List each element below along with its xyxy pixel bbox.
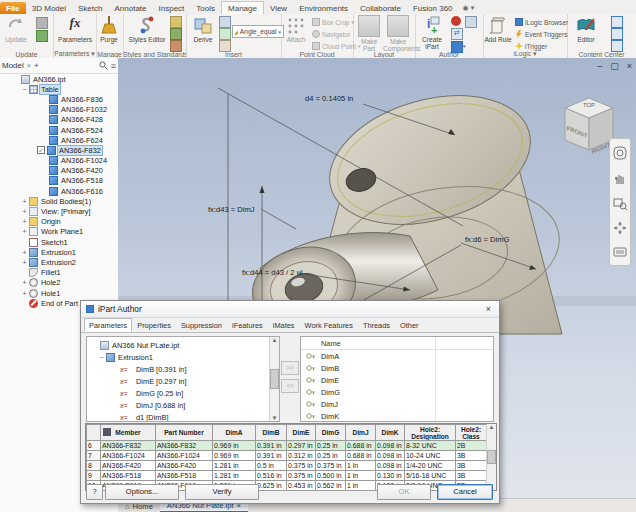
dimb-cell[interactable]: 0.5 in (256, 461, 287, 471)
table-header-cell[interactable]: DimK (376, 425, 405, 441)
dimj-cell[interactable]: 1 in (346, 471, 376, 481)
pan-hand-icon[interactable] (613, 171, 627, 185)
tree-item[interactable]: + Solid Bodies(1) (0, 196, 118, 206)
dialog-title-bar[interactable]: iPart Author × (81, 301, 499, 318)
key-parameter-row[interactable]: DimA (301, 350, 493, 362)
param-tree-item[interactable]: AN366 Nut PLate.ipt (89, 339, 279, 351)
table-header-cell[interactable]: Part Number (156, 425, 213, 441)
param-tree-item[interactable]: d1 [DimB] (89, 411, 279, 422)
member-cell[interactable]: AN366-F1024 (101, 451, 156, 461)
member-cell[interactable]: AN366-F832 (101, 441, 156, 451)
table-header-cell[interactable]: DimE (287, 425, 316, 441)
panel-label-layout[interactable]: Layout (353, 51, 415, 58)
ribbon-tab[interactable]: Collaborate (354, 2, 407, 14)
ribbon-tab[interactable]: Environments (293, 2, 354, 14)
tree-item[interactable]: AN366-F624 (0, 135, 118, 145)
dialog-tab[interactable]: Work Features (300, 318, 358, 332)
table-row[interactable]: 6 AN366-F832 AN366-F832 0.969 in 0.391 i… (87, 441, 487, 451)
parameters-button[interactable]: fx Parameters (58, 15, 92, 43)
dime-cell[interactable]: 0.375 in (287, 471, 316, 481)
expander-icon[interactable]: + (20, 249, 29, 256)
tree-scrollbar[interactable]: ▲▼ (269, 337, 279, 421)
dialog-tab[interactable]: Threads (358, 318, 395, 332)
make-part-button[interactable]: Make Part (354, 15, 384, 52)
tree-item[interactable]: + Hole2 (0, 278, 118, 288)
ribbon-tab[interactable]: Fusion 360 (407, 2, 459, 14)
part-number-cell[interactable]: AN366-F832 (156, 441, 213, 451)
dimj-cell[interactable]: 0.688 in (346, 441, 376, 451)
expander-icon[interactable]: + (20, 228, 29, 235)
tree-item[interactable]: + Origin (0, 217, 118, 227)
hole2-designation-cell[interactable]: 1/4-20 UNC (405, 461, 456, 471)
tree-item[interactable]: AN366-F836 (0, 94, 118, 104)
update-button[interactable]: Update (1, 15, 31, 43)
cc-publish-icon[interactable] (611, 16, 623, 28)
restore-icon[interactable]: ▢ (610, 61, 619, 71)
look-at-icon[interactable] (613, 246, 627, 258)
dimj-cell[interactable]: 1 in (346, 461, 376, 471)
help-button[interactable]: ? (86, 484, 103, 500)
ok-button[interactable]: OK (377, 484, 431, 500)
dimk-cell[interactable]: 0.098 in (376, 441, 405, 451)
tree-item[interactable]: AN366-F1032 (0, 105, 118, 115)
navigator-item[interactable]: Navigator (312, 30, 350, 38)
dimg-cell[interactable]: 0.375 in (316, 461, 346, 471)
expander-icon[interactable]: − (20, 86, 29, 93)
dimb-cell[interactable]: 0.391 in (256, 441, 287, 451)
tree-item[interactable]: AN366-F524 (0, 125, 118, 135)
panel-label-parameters[interactable]: Parameters ▾ (53, 50, 96, 58)
expander-icon[interactable]: + (20, 290, 29, 297)
dime-cell[interactable]: 0.312 in (287, 451, 316, 461)
table-row[interactable]: 8 AN366-F420 AN366-F420 1.281 in 0.5 in … (87, 461, 487, 471)
panel-label-author[interactable]: Author (415, 51, 483, 58)
expander-icon[interactable]: + (20, 198, 29, 205)
expander-icon[interactable]: + (20, 218, 29, 225)
hole2-class-cell[interactable]: 3B (456, 471, 487, 481)
edit-factory-scope-icon[interactable]: ⇄ (451, 28, 463, 40)
viewcube-top-label[interactable]: TOP (583, 103, 596, 108)
dima-cell[interactable]: 0.969 in (213, 441, 256, 451)
row-number-cell[interactable]: 6 (87, 441, 101, 451)
style-small-icon-2[interactable] (170, 28, 182, 40)
rebuild-all-icon[interactable] (36, 30, 48, 42)
dime-cell[interactable]: 0.297 in (287, 441, 316, 451)
insert-frame-icon-1[interactable] (219, 16, 231, 28)
table-header-cell[interactable]: DimB (256, 425, 287, 441)
zoom-window-icon[interactable] (613, 196, 627, 210)
export-arrow-icon[interactable]: ▾ (463, 43, 466, 49)
param-tree-item[interactable]: DimJ [0.688 in] (89, 399, 279, 411)
dialog-tab[interactable]: Other (395, 318, 423, 332)
derive-button[interactable]: Derive (188, 15, 218, 43)
dialog-tab[interactable]: iMates (268, 318, 300, 332)
tree-item[interactable]: AN366-F420 (0, 166, 118, 176)
content-editor-button[interactable]: Editor (571, 15, 601, 43)
dialog-tab[interactable]: Parameters (84, 318, 132, 332)
tree-item[interactable]: AN366-F1024 (0, 156, 118, 166)
annotation-d6[interactable]: fx:d6 = DimG (465, 235, 510, 244)
insert-frame-icon-2[interactable] (219, 28, 231, 40)
panel-label-manage[interactable]: Manage (96, 51, 123, 58)
dimb-cell[interactable]: 0.391 in (256, 451, 287, 461)
verify-button[interactable]: Verify (185, 484, 259, 500)
tree-item[interactable]: + Extrusion1 (0, 247, 118, 257)
cancel-button[interactable]: Cancel (437, 484, 493, 500)
tree-item[interactable]: + View: [Primary] (0, 206, 118, 216)
tree-item[interactable]: + Work Plane1 (0, 227, 118, 237)
table-header-cell[interactable]: DimG (316, 425, 346, 441)
dimk-cell[interactable]: 0.098 in (376, 451, 405, 461)
tree-item[interactable]: Sketch1 (0, 237, 118, 247)
table-header-cell[interactable]: DimA (213, 425, 256, 441)
dima-cell[interactable]: 1.281 in (213, 471, 256, 481)
member-checkbox[interactable] (37, 146, 45, 154)
key-parameter-row[interactable]: DimJ (301, 398, 493, 410)
part-number-cell[interactable]: AN366-F1024 (156, 451, 213, 461)
table-row[interactable]: 9 AN366-F518 AN366-F518 1.281 in 0.516 i… (87, 471, 487, 481)
key-parameter-row[interactable]: DimK (301, 410, 493, 422)
tree-item[interactable]: AN366.ipt (0, 74, 118, 84)
browser-add-tab-button[interactable]: + (34, 61, 39, 70)
dialog-close-icon[interactable]: × (483, 304, 494, 314)
angle-equal-combo[interactable]: Angle_equal ▾ (232, 25, 284, 38)
hole2-designation-cell[interactable]: 8-32 UNC (405, 441, 456, 451)
param-tree-item[interactable]: − Extrusion1 (89, 351, 279, 363)
table-row[interactable]: 7 AN366-F1024 AN366-F1024 0.969 in 0.391… (87, 451, 487, 461)
